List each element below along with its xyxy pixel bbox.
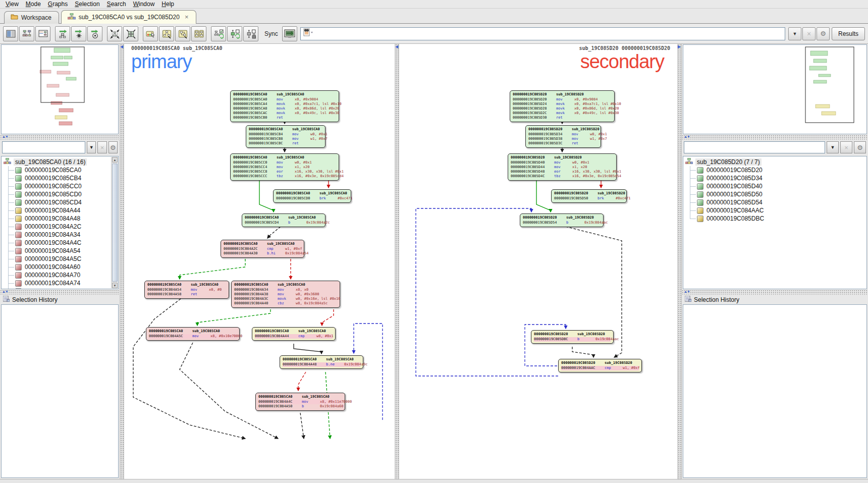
menu-help[interactable]: Help [158, 1, 178, 8]
basic-block-node[interactable]: 000000019C085CA0sub_19C085CA0000000019C0… [230, 153, 339, 181]
tree-item-basicblock[interactable]: 000000019C085D50 [690, 190, 866, 198]
basic-block-node[interactable]: 000000019C085CA0sub_19C085CA0000000019C0… [221, 240, 304, 258]
primary-filter-settings-button[interactable]: ⚙ [108, 141, 118, 153]
toolbar-button-layout-orthogonal[interactable] [175, 26, 190, 41]
menu-graphs[interactable]: Graphs [44, 1, 71, 8]
toolbar-button-view-dual-graphs[interactable] [19, 26, 34, 41]
toolbar-button-jump-primary[interactable] [55, 26, 70, 41]
tree-scrollbar[interactable]: ▲▼ [111, 157, 118, 288]
menu-window[interactable]: Window [130, 1, 158, 8]
tree-item-basicblock[interactable]: 000000019C085CD4 [8, 198, 118, 206]
tree-item-basicblock[interactable]: 000000019C085CA0 [8, 166, 118, 174]
toolbar-button-view-graph-list[interactable] [35, 26, 50, 41]
basic-block-node[interactable]: 000000019C085D20sub_19C085D20000000019C0… [525, 125, 601, 148]
node-address: 000000019C085D20 [534, 332, 577, 337]
tree-item-basicblock[interactable]: 000000019C085D20 [690, 166, 866, 174]
basic-block-node[interactable]: 000000019C085CA0sub_19C085CA0000000019C0… [242, 213, 326, 227]
tree-item-basicblock[interactable]: 000000019C085DBC [690, 214, 866, 223]
secondary-minimap[interactable] [683, 45, 866, 134]
tree-item-basicblock[interactable]: 000000019C084A54 [8, 247, 118, 255]
minimap-node [57, 71, 70, 74]
tree-item-basicblock[interactable]: 000000019C085CC0 [8, 182, 118, 190]
menu-mode[interactable]: Mode [22, 1, 44, 8]
tree-item-basicblock[interactable]: 000000019C084A70 [8, 271, 118, 279]
tab-diff[interactable]: sub_19C085CA0 vs sub_19C085D20 × [61, 10, 196, 24]
toolbar-button-color-select[interactable] [143, 26, 158, 41]
toolbar-button-jump-center[interactable] [71, 26, 86, 41]
toolbar-button-layout-combined[interactable] [191, 26, 206, 41]
basic-block-node[interactable]: 000000019C085CA0sub_19C085CA0000000019C0… [246, 125, 326, 148]
basic-block-node[interactable]: 000000019C085CA0sub_19C085CA0000000019C0… [255, 393, 345, 411]
toolbar-button-fit-content[interactable] [107, 26, 122, 41]
tree-item-basicblock[interactable]: 000000019C084A48 [8, 214, 118, 223]
vertical-splitter[interactable]: ◀ [395, 44, 399, 479]
clear-search-button[interactable]: × [802, 27, 816, 40]
vertical-splitter[interactable]: ▶ [677, 44, 682, 479]
search-history-dropdown[interactable]: ▼ [788, 27, 801, 40]
basic-block-node[interactable]: 000000019C085D20sub_19C085D20000000019C0… [508, 153, 617, 181]
secondary-filter-settings-button[interactable]: ⚙ [854, 141, 866, 153]
basic-block-node[interactable]: 000000019C085CA0sub_19C085CA0000000019C0… [146, 327, 240, 341]
secondary-filter-clear-button[interactable]: × [840, 141, 852, 153]
basic-block-node[interactable]: 000000019C085D20sub_19C085D20000000019C0… [558, 359, 642, 372]
basic-block-node[interactable]: 000000019C085CA0sub_19C085CA0000000019C0… [273, 189, 351, 203]
tab-close-icon[interactable]: × [185, 15, 189, 20]
primary-filter-dropdown[interactable]: ▼ [87, 141, 96, 153]
tree-item-basicblock[interactable]: 000000019C084A5C [8, 255, 118, 263]
vertical-splitter[interactable]: ◀ [120, 44, 124, 479]
secondary-tree-filter-input[interactable] [684, 141, 825, 153]
menu-search[interactable]: Search [103, 1, 130, 8]
basic-block-node[interactable]: 000000019C085CA0sub_19C085CA0000000019C0… [252, 327, 336, 341]
results-button[interactable]: Results [832, 27, 865, 40]
secondary-filter-dropdown[interactable]: ▼ [827, 141, 839, 153]
sync-views-button[interactable] [282, 26, 297, 41]
primary-filter-clear-button[interactable]: × [97, 141, 106, 153]
horizontal-splitter[interactable]: ▲▼ [0, 135, 120, 140]
basic-block-node[interactable]: 000000019C085CA0sub_19C085CA0000000019C0… [230, 90, 339, 122]
toolbar-button-jump-circle[interactable] [87, 26, 102, 41]
tree-item-basicblock[interactable]: 000000019C084A60 [8, 263, 118, 271]
menu-view[interactable]: View [2, 1, 22, 8]
tree-item-basicblock[interactable]: 000000019C084A4C [8, 239, 118, 247]
toolbar-button-proximity-lock[interactable] [243, 26, 258, 41]
basic-block-node[interactable]: 000000019C085D20sub_19C085D20000000019C0… [520, 213, 604, 227]
primary-minimap[interactable] [2, 45, 118, 134]
tab-workspace[interactable]: Workspace [4, 11, 59, 24]
tree-item-basicblock[interactable]: 000000019C085D40 [690, 182, 866, 190]
horizontal-splitter[interactable]: ▲▼ [682, 290, 868, 295]
tree-item-basicblock[interactable]: 000000019C084A2C [8, 223, 118, 231]
scroll-up-icon[interactable]: ▲ [112, 157, 118, 163]
toolbar-button-fit-selection[interactable] [123, 26, 138, 41]
basic-block-node[interactable]: 000000019C085D20sub_19C085D20000000019C0… [531, 330, 614, 344]
primary-tree-filter-input[interactable] [2, 141, 85, 153]
scroll-down-icon[interactable]: ▼ [112, 283, 118, 288]
tree-item-basicblock[interactable]: 000000019C085D34 [690, 174, 866, 182]
tree-item-basicblock[interactable]: 000000019C085CB4 [8, 174, 118, 182]
basic-block-node[interactable]: 000000019C085CA0sub_19C085CA0000000019C0… [231, 281, 340, 308]
tree-item-basicblock[interactable]: 000000019C084A9C [8, 287, 118, 289]
basic-block-node[interactable]: 000000019C085CA0sub_19C085CA0000000019C0… [280, 355, 363, 369]
horizontal-splitter[interactable]: ▲▼ [682, 135, 868, 140]
basic-block-node[interactable]: 000000019C085CA0sub_19C085CA0000000019C0… [144, 281, 229, 299]
toolbar-button-relayout-auto[interactable] [211, 26, 226, 41]
scrollbar-thumb[interactable] [112, 164, 118, 282]
tree-item-basicblock[interactable]: 000000019C084A34 [8, 231, 118, 239]
basic-block-node[interactable]: 000000019C085D20sub_19C085D20000000019C0… [551, 189, 627, 203]
tree-root-function[interactable]: sub_19C085CA0 (16 / 16) [4, 157, 118, 166]
toolbar-button-layout-hierarchic[interactable] [159, 26, 174, 41]
tree-root-function[interactable]: sub_19C085D20 (7 / 7) [685, 157, 866, 166]
toolbar-search-input[interactable] [313, 28, 785, 39]
tree-item-basicblock[interactable]: 000000019C084A44 [8, 206, 118, 214]
basic-block-node[interactable]: 000000019C085D20sub_19C085D20000000019C0… [510, 90, 615, 122]
tree-item-basicblock[interactable]: 000000019C084AAC [690, 206, 866, 214]
tree-item-basicblock[interactable]: 000000019C085D54 [690, 198, 866, 206]
minimap-viewport[interactable] [805, 47, 854, 123]
tree-item-basicblock[interactable]: 000000019C085CD0 [8, 190, 118, 198]
mnemonic: b [288, 221, 306, 225]
tree-item-basicblock[interactable]: 000000019C084A74 [8, 279, 118, 287]
menu-selection[interactable]: Selection [71, 1, 103, 8]
search-settings-button[interactable]: ⚙ [817, 27, 830, 40]
horizontal-splitter[interactable]: ▲▼ [0, 290, 120, 295]
toolbar-button-proximity-browse[interactable] [227, 26, 242, 41]
toolbar-button-view-split[interactable] [3, 26, 18, 41]
